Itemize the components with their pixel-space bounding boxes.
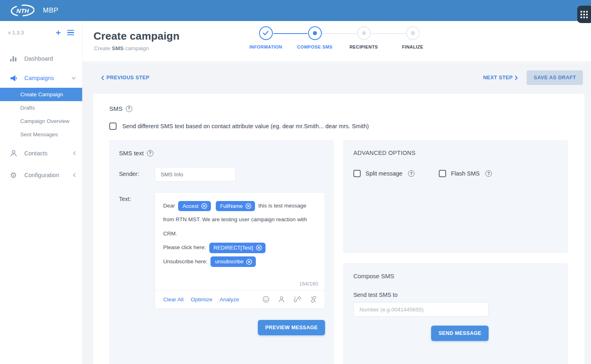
step-label: COMPOSE SMS [297, 44, 333, 49]
message-editor[interactable]: Dear Accest FullName [155, 193, 325, 281]
step-label: FINALIZE [402, 44, 423, 49]
clear-all-button[interactable]: Clear All [163, 296, 183, 303]
unlink-icon[interactable] [310, 296, 317, 303]
right-column: ADVANCED OPTIONS Split message ? Flash S… [343, 140, 568, 364]
step-label: INFORMATION [249, 44, 282, 49]
next-step-button[interactable]: NEXT STEP [483, 75, 518, 80]
compose-card: SMS ? Send different SMS text based on c… [93, 94, 585, 364]
insert-link-icon[interactable] [293, 296, 301, 303]
svg-text:NTH: NTH [17, 7, 30, 14]
split-message-checkbox[interactable] [353, 170, 361, 177]
sidebar-item-contacts[interactable]: Contacts [0, 144, 82, 163]
sms-text-title: SMS text [119, 150, 144, 157]
attribute-text-checkbox[interactable] [109, 123, 117, 130]
step-dot-icon [411, 31, 415, 35]
help-icon[interactable]: ? [408, 170, 415, 177]
advanced-options-panel: ADVANCED OPTIONS Split message ? Flash S… [343, 140, 568, 253]
step-recipients[interactable]: RECIPIENTS [339, 26, 388, 49]
send-test-label: Send test SMS to [353, 292, 557, 298]
menu-toggle-icon[interactable] [67, 30, 74, 36]
placeholder-chip-accest[interactable]: Accest [178, 201, 211, 212]
sidebar-label-create-campaign: Create Campaign [20, 91, 63, 97]
message-composer: Dear Accest FullName [155, 192, 325, 309]
top-app-bar: NTH MBP [0, 0, 591, 21]
message-text: Unsubscribe here: [163, 258, 208, 265]
save-as-draft-button[interactable]: SAVE AS DRAFT [527, 70, 583, 85]
person-icon [9, 150, 18, 157]
chip-remove-icon[interactable] [256, 245, 262, 251]
preview-message-button[interactable]: PREVIEW MESSAGE [258, 320, 325, 335]
chevron-left-icon [73, 151, 76, 155]
optimize-button[interactable]: Optimize [191, 296, 212, 303]
placeholder-chip-unsubscribe[interactable]: unsubscribe [210, 256, 256, 267]
step-finalize[interactable]: FINALIZE [388, 26, 437, 49]
add-icon[interactable]: + [56, 28, 61, 37]
flash-sms-checkbox[interactable] [439, 170, 446, 177]
sender-input[interactable] [155, 167, 236, 182]
emoji-icon[interactable] [262, 296, 270, 303]
sidebar-item-create-campaign[interactable]: Create Campaign [0, 88, 82, 101]
chevron-left-icon [73, 173, 76, 177]
page-subtitle: Create SMS campaign [94, 45, 149, 51]
chevron-left-icon [101, 76, 104, 80]
help-icon[interactable]: ? [147, 150, 153, 157]
sidebar-item-drafts[interactable]: Drafts [0, 101, 82, 114]
step-dot-icon [362, 31, 366, 35]
chip-remove-icon[interactable] [246, 259, 252, 265]
step-label: RECIPIENTS [349, 44, 378, 49]
compose-sms-panel: Compose SMS Send test SMS to SEND MESSAG… [343, 263, 568, 364]
sidebar: v 1.3.3 + Dashboard Campaigns Create Cam… [0, 21, 83, 364]
campaigns-submenu: Create Campaign Drafts Campaign Overview… [0, 88, 82, 141]
apps-grid-icon [580, 11, 588, 18]
sidebar-item-sent-messages[interactable]: Sent Messages [0, 128, 82, 141]
step-dot-icon [313, 31, 317, 35]
message-text: Please click here: [163, 244, 206, 250]
nth-logo-icon: NTH [10, 3, 36, 18]
sidebar-item-dashboard[interactable]: Dashboard [0, 49, 82, 68]
advanced-options-title: ADVANCED OPTIONS [353, 150, 557, 156]
main-content: PREVIOUS STEP NEXT STEP SAVE AS DRAFT SM… [83, 61, 591, 364]
step-information[interactable]: INFORMATION [241, 26, 290, 49]
page-title: Create campaign [94, 30, 180, 42]
chip-remove-icon[interactable] [245, 203, 251, 209]
analyze-button[interactable]: Analyze [220, 296, 239, 303]
help-icon[interactable]: ? [126, 106, 132, 112]
help-icon[interactable]: ? [485, 170, 492, 177]
sidebar-label-contacts: Contacts [24, 150, 47, 157]
char-counter: 164/160 [155, 281, 325, 290]
sidebar-label-campaign-overview: Campaign Overview [20, 118, 70, 124]
step-check-icon [259, 26, 273, 40]
contact-attribute-icon[interactable] [278, 296, 285, 303]
sidebar-item-campaign-overview[interactable]: Campaign Overview [0, 114, 82, 128]
previous-step-button[interactable]: PREVIOUS STEP [101, 75, 149, 80]
split-message-label: Split message [366, 170, 402, 177]
chevron-down-icon [72, 77, 76, 80]
placeholder-chip-redirect[interactable]: REDIRECT[Test] [209, 243, 266, 253]
flash-sms-label: Flash SMS [451, 170, 480, 177]
send-message-button[interactable]: SEND MESSAGE [431, 326, 489, 341]
sidebar-item-campaigns[interactable]: Campaigns [0, 68, 82, 88]
page-header: Create campaign Create SMS campaign INFO… [83, 21, 591, 61]
sidebar-label-campaigns: Campaigns [24, 75, 54, 81]
chevron-right-icon [515, 76, 518, 80]
bar-chart-icon [9, 55, 18, 62]
wizard-stepper: INFORMATION COMPOSE SMS RECIPIENTS FINAL… [241, 26, 437, 49]
sidebar-label-dashboard: Dashboard [24, 55, 53, 62]
message-text: Dear [163, 203, 175, 209]
apps-grid-button[interactable] [577, 6, 591, 23]
attribute-checkbox-label: Send different SMS text based on contact… [122, 123, 369, 129]
nth-logo: NTH MBP [10, 3, 58, 18]
chip-remove-icon[interactable] [201, 203, 207, 209]
text-label: Text: [119, 192, 155, 309]
app-version: v 1.3.3 [8, 30, 56, 36]
compose-sms-title: Compose SMS [353, 273, 557, 279]
sender-label: Sender: [119, 167, 155, 182]
sidebar-item-configuration[interactable]: ⚙ Configuration [0, 165, 82, 185]
step-compose-sms[interactable]: COMPOSE SMS [290, 26, 339, 49]
sms-section-title: SMS [109, 105, 123, 112]
placeholder-chip-fullname[interactable]: FullName [216, 201, 255, 212]
test-number-input[interactable] [353, 302, 489, 317]
sms-text-panel: SMS text ? Sender: Text: Dear Accest [109, 140, 334, 364]
megaphone-icon [9, 75, 18, 82]
app-name: MBP [43, 6, 58, 15]
